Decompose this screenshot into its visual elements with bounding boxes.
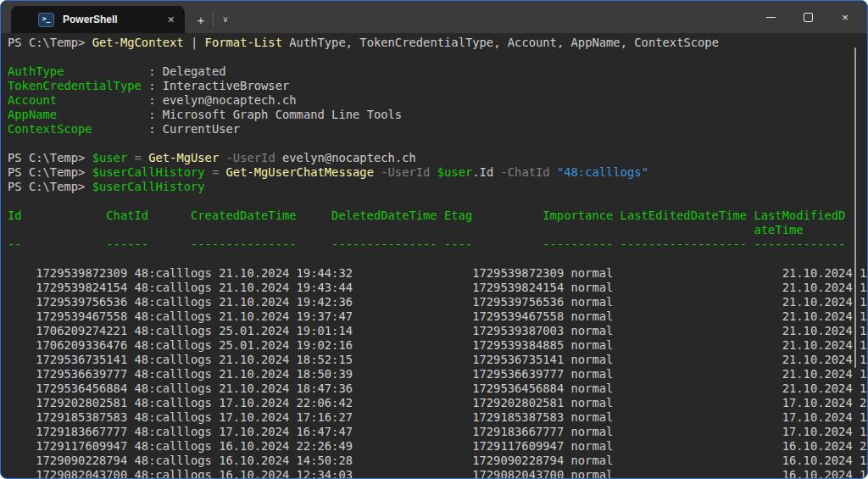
terminal-content: PS C:\Temp> Get-MgContext | Format-List … xyxy=(1,33,867,468)
separator: : xyxy=(148,93,163,107)
cell-chatid: 48:calllogs xyxy=(135,266,220,281)
cell-created-datetime: 17.10.2024 22:06:42 xyxy=(219,396,359,410)
cell-etag: 1729202802581 xyxy=(472,396,570,410)
cell-id: 1729082043700 xyxy=(36,468,134,479)
cell-chatid: 48:calllogs xyxy=(135,338,220,353)
cell-created-datetime: 17.10.2024 17:16:27 xyxy=(219,410,359,425)
cell-etag: 1729539824154 xyxy=(472,281,570,295)
property-name: Account xyxy=(8,93,148,108)
chat-table-rows: 172953987230948:calllogs21.10.2024 19:44… xyxy=(8,252,867,468)
close-button[interactable]: × xyxy=(826,1,864,33)
cell-chatid: 48:calllogs xyxy=(135,396,220,410)
column-header: DeletedDateTime xyxy=(331,209,444,223)
minimize-button[interactable] xyxy=(752,1,789,33)
prompt: PS C:\Temp> xyxy=(8,165,92,179)
cell-created-datetime: 16.10.2024 12:34:03 xyxy=(219,468,359,479)
cell-id: 1706209336476 xyxy=(36,338,134,353)
powershell-icon: >_ xyxy=(38,13,54,27)
property-name: TokenCredentialType xyxy=(8,79,148,93)
terminal-window: >_ PowerShell × + ∨ × PS C:\Temp> Get-Mg… xyxy=(0,0,868,479)
window-controls: × xyxy=(752,1,864,33)
cell-lastmodified-datetime: 17.10.2024 2… xyxy=(782,396,868,410)
cell-lastmodified-datetime: 16.10.2024 1… xyxy=(782,454,868,468)
scrollbar-thumb[interactable] xyxy=(854,47,856,368)
powershell-icon-glyph: >_ xyxy=(42,16,51,23)
property-name: AppName xyxy=(8,108,148,122)
header-underline: ---------- xyxy=(542,237,620,252)
cell-created-datetime: 25.01.2024 19:01:14 xyxy=(219,324,359,338)
cell-etag: 1729539467558 xyxy=(472,309,570,324)
cell-etag: 1729090228794 xyxy=(472,454,570,468)
cell-etag: 1729082043700 xyxy=(472,468,570,479)
cell-lastmodified-datetime: 16.10.2024 1… xyxy=(782,468,868,479)
variable: $user xyxy=(437,165,473,179)
cell-id: 1729539824154 xyxy=(36,281,134,295)
column-header: Importance xyxy=(542,209,620,223)
cell-id: 1729536456884 xyxy=(36,382,134,396)
column-header: CreatedDateTime xyxy=(191,209,331,223)
context-output-line: TokenCredentialType: InteractiveBrowser xyxy=(8,79,867,93)
tab-actions: + ∨ xyxy=(189,6,237,33)
cell-chatid: 48:calllogs xyxy=(135,439,220,454)
separator: : xyxy=(148,122,163,136)
cell-id: 1729539467558 xyxy=(36,309,134,324)
cell-importance: normal xyxy=(570,439,648,454)
cell-created-datetime: 21.10.2024 19:44:32 xyxy=(219,266,359,281)
cell-chatid: 48:calllogs xyxy=(135,410,220,425)
header-underline: --------------- xyxy=(331,237,444,252)
header-underline: ------------------ xyxy=(620,237,754,252)
blank-line xyxy=(8,194,867,209)
context-output-line: AppName: Microsoft Graph Command Line To… xyxy=(8,108,867,122)
property-value: CurrentUser xyxy=(163,122,240,136)
column-header: LastModifiedD xyxy=(754,209,845,223)
cell-etag: 1729539756536 xyxy=(472,295,570,309)
cell-id: 1729536639777 xyxy=(36,367,134,382)
context-output-line: ContextScope: CurrentUser xyxy=(8,122,867,136)
cell-importance: normal xyxy=(570,454,648,468)
parameter: -UserId xyxy=(374,165,437,179)
cell-etag: 1729536456884 xyxy=(472,382,570,396)
tab-powershell[interactable]: >_ PowerShell × xyxy=(11,6,185,33)
cell-etag: 1729539872309 xyxy=(472,266,570,281)
operator: = xyxy=(127,151,148,164)
tab-close-icon[interactable]: × xyxy=(166,14,176,25)
command: Format-List xyxy=(205,36,282,49)
property-name: AuthType xyxy=(8,64,148,79)
maximize-icon xyxy=(804,13,813,22)
header-underline: ------------- xyxy=(754,237,845,252)
context-output-line: Account: evelyn@nocaptech.ch xyxy=(8,93,867,108)
maximize-button[interactable] xyxy=(789,1,826,33)
cell-id: 1729183667777 xyxy=(36,425,134,439)
cell-created-datetime: 21.10.2024 19:42:36 xyxy=(219,295,359,309)
cell-importance: normal xyxy=(570,266,648,281)
cell-chatid: 48:calllogs xyxy=(135,454,220,468)
cell-importance: normal xyxy=(570,324,648,338)
cell-chatid: 48:calllogs xyxy=(135,295,220,309)
cell-created-datetime: 21.10.2024 19:37:47 xyxy=(219,309,359,324)
command-line: PS C:\Temp> $user = Get-MgUser -UserId e… xyxy=(8,151,867,165)
variable: $userCallHistory xyxy=(92,165,205,179)
command-line: PS C:\Temp> Get-MgContext | Format-List … xyxy=(8,36,867,50)
command-line: PS C:\Temp> $userCallHistory xyxy=(8,180,867,194)
new-tab-button[interactable]: + xyxy=(189,8,213,31)
column-header-wrap: ateTime xyxy=(754,223,803,237)
cell-etag: 1729539384885 xyxy=(472,338,570,353)
header-underline: ------ xyxy=(106,237,191,252)
cell-chatid: 48:calllogs xyxy=(135,353,220,367)
cell-importance: normal xyxy=(570,295,648,309)
tab-dropdown-button[interactable]: ∨ xyxy=(214,8,237,31)
cell-chatid: 48:calllogs xyxy=(135,367,220,382)
command-line: PS C:\Temp> $userCallHistory = Get-MgUse… xyxy=(8,165,867,180)
command: Get-MgContext xyxy=(92,36,184,49)
cell-id: 1729117609947 xyxy=(36,439,134,454)
cell-lastmodified-datetime: 17.10.2024 1… xyxy=(782,410,868,425)
property-name: ContextScope xyxy=(8,122,148,136)
argument: evelyn@nocaptech.ch xyxy=(282,151,416,164)
cell-created-datetime: 21.10.2024 18:52:15 xyxy=(219,353,359,367)
separator: : xyxy=(148,79,163,92)
variable: $user xyxy=(92,151,128,164)
cell-id: 1729202802581 xyxy=(36,396,134,410)
cell-importance: normal xyxy=(570,353,648,367)
cell-etag: 1729183667777 xyxy=(472,425,570,439)
cell-id: 1729090228794 xyxy=(36,454,134,468)
